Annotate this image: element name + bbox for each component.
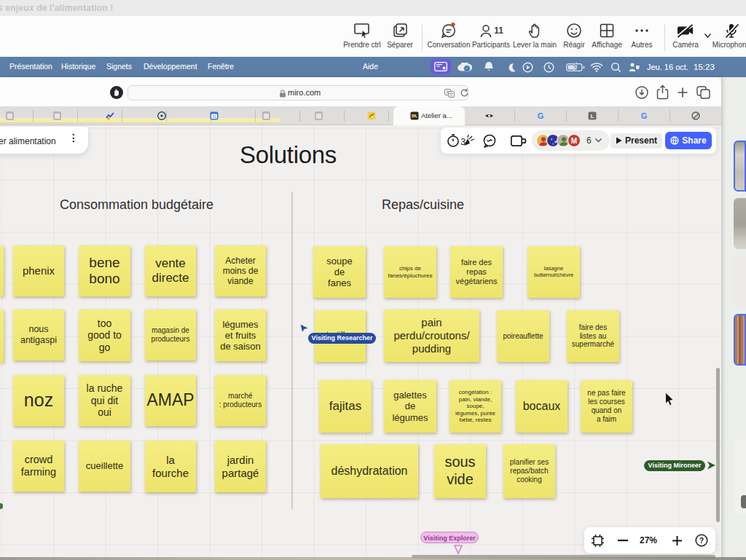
- svg-text:文: 文: [449, 92, 454, 97]
- svg-text:G: G: [641, 111, 648, 120]
- svg-text:31: 31: [212, 114, 216, 119]
- svg-text:?: ?: [699, 536, 704, 545]
- svg-text:L: L: [591, 113, 594, 119]
- svg-text:3: 3: [460, 136, 466, 147]
- svg-text:G: G: [538, 111, 544, 120]
